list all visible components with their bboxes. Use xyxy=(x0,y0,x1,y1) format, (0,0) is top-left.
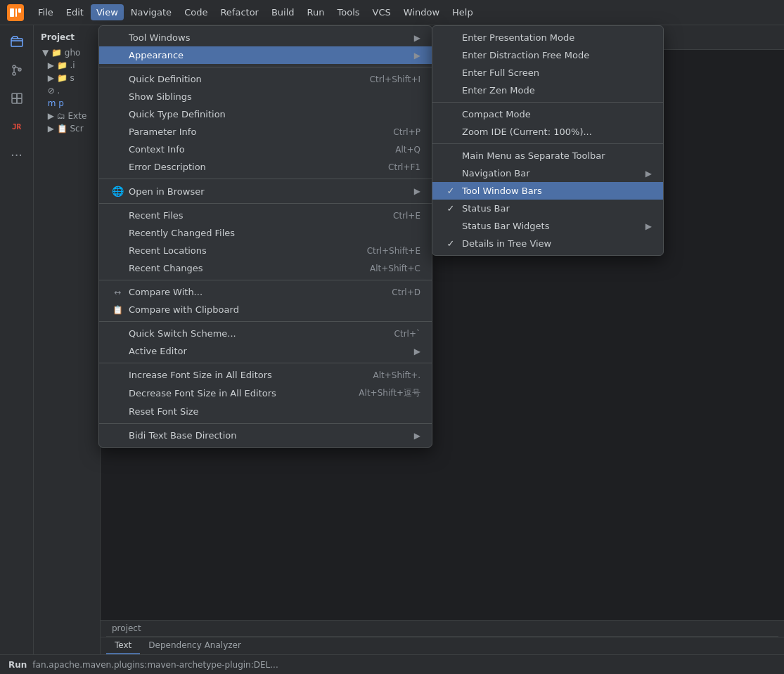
run-label: Run xyxy=(8,660,27,670)
icon-bar: JR ··· xyxy=(0,25,34,654)
compare-with-icon: ↔ xyxy=(110,287,124,297)
submenu-tool-window-bars[interactable]: ✓ Tool Window Bars xyxy=(432,182,663,200)
menu-bar: File Edit View Navigate Code Refactor Bu… xyxy=(0,0,784,25)
run-bar: Run fan.apache.maven.plugins:maven-arche… xyxy=(0,654,784,674)
submenu-zoom-ide[interactable]: Zoom IDE (Current: 100%)... xyxy=(432,123,663,141)
submenu-enter-zen[interactable]: Enter Zen Mode xyxy=(432,82,663,99)
menu-reset-font[interactable]: Reset Font Size xyxy=(99,403,432,420)
tab-text[interactable]: Text xyxy=(106,637,140,654)
menu-refactor[interactable]: Refactor xyxy=(214,4,264,20)
browser-icon: 🌐 xyxy=(110,186,124,197)
increase-font-shortcut: Alt+Shift+. xyxy=(373,370,420,380)
submenu-navigation-bar[interactable]: Navigation Bar ▶ xyxy=(432,164,663,182)
menu-tools[interactable]: Tools xyxy=(332,4,366,20)
submenu-main-menu-toolbar[interactable]: Main Menu as Separate Toolbar xyxy=(432,147,663,164)
menu-increase-font[interactable]: Increase Font Size in All Editors Alt+Sh… xyxy=(99,366,432,384)
submenu-status-bar-widgets[interactable]: Status Bar Widgets ▶ xyxy=(432,217,663,235)
compare-with-label: Compare With... xyxy=(129,287,380,297)
tool-windows-arrow: ▶ xyxy=(414,33,420,43)
bidi-label: Bidi Text Base Direction xyxy=(129,430,409,441)
submenu-status-bar[interactable]: ✓ Status Bar xyxy=(432,200,663,217)
menu-recent-changes[interactable]: Recent Changes Alt+Shift+C xyxy=(99,259,432,277)
submenu-enter-fullscreen[interactable]: Enter Full Screen xyxy=(432,64,663,82)
compare-with-shortcut: Ctrl+D xyxy=(392,287,420,297)
compact-label: Compact Mode xyxy=(462,109,652,119)
nav-bar-arrow: ▶ xyxy=(645,169,652,179)
recent-locations-label: Recent Locations xyxy=(129,245,356,256)
quick-switch-label: Quick Switch Scheme... xyxy=(129,328,383,339)
menu-compare-clipboard[interactable]: 📋 Compare with Clipboard xyxy=(99,301,432,318)
submenu-compact-mode[interactable]: Compact Mode xyxy=(432,105,663,123)
appearance-arrow: ▶ xyxy=(414,51,420,60)
divider-5 xyxy=(99,321,432,322)
submenu-enter-distraction-free[interactable]: Enter Distraction Free Mode xyxy=(432,46,663,64)
menu-parameter-info[interactable]: Parameter Info Ctrl+P xyxy=(99,123,432,141)
menu-run[interactable]: Run xyxy=(302,4,330,20)
menu-recent-locations[interactable]: Recent Locations Ctrl+Shift+E xyxy=(99,242,432,259)
icon-more[interactable]: ··· xyxy=(6,143,28,166)
param-info-shortcut: Ctrl+P xyxy=(393,127,420,137)
tool-window-bars-label: Tool Window Bars xyxy=(462,186,652,196)
menu-tool-windows[interactable]: Tool Windows ▶ xyxy=(99,29,432,46)
divider-2 xyxy=(99,179,432,179)
recently-changed-label: Recently Changed Files xyxy=(129,228,420,238)
svg-rect-10 xyxy=(12,98,17,103)
menu-window[interactable]: Window xyxy=(398,4,445,20)
menu-file[interactable]: File xyxy=(32,4,59,20)
menu-show-siblings[interactable]: Show Siblings xyxy=(99,88,432,105)
menu-quick-switch-scheme[interactable]: Quick Switch Scheme... Ctrl+` xyxy=(99,325,432,342)
menu-navigate[interactable]: Navigate xyxy=(125,4,177,20)
icon-git[interactable] xyxy=(6,59,28,82)
menu-open-in-browser[interactable]: 🌐 Open in Browser ▶ xyxy=(99,182,432,200)
menu-vcs[interactable]: VCS xyxy=(367,4,397,20)
menu-bidi-text[interactable]: Bidi Text Base Direction ▶ xyxy=(99,427,432,444)
reset-font-label: Reset Font Size xyxy=(129,406,420,417)
status-bar-widgets-label: Status Bar Widgets xyxy=(462,221,645,231)
sidebar-item-i[interactable]: ▶ 📁 .i xyxy=(34,59,100,72)
sidebar-item-dot[interactable]: ⊘ . xyxy=(34,84,100,97)
menu-error-description[interactable]: Error Description Ctrl+F1 xyxy=(99,158,432,176)
tab-dependency-analyzer[interactable]: Dependency Analyzer xyxy=(140,637,250,654)
menu-context-info[interactable]: Context Info Alt+Q xyxy=(99,141,432,158)
error-desc-shortcut: Ctrl+F1 xyxy=(388,162,420,172)
sidebar-item-mp[interactable]: m p xyxy=(34,97,100,110)
divider-7 xyxy=(99,423,432,424)
icon-jr[interactable]: JR xyxy=(6,115,28,138)
recent-locations-shortcut: Ctrl+Shift+E xyxy=(367,246,420,256)
icon-project[interactable] xyxy=(6,31,28,53)
menu-code[interactable]: Code xyxy=(179,4,213,20)
appearance-divider-1 xyxy=(432,102,663,103)
sidebar-item-gho[interactable]: ▼ 📁 gho xyxy=(34,46,100,59)
menu-view[interactable]: View xyxy=(91,4,124,20)
submenu-enter-presentation[interactable]: Enter Presentation Mode xyxy=(432,29,663,46)
menu-help[interactable]: Help xyxy=(446,4,479,20)
context-info-label: Context Info xyxy=(129,144,384,155)
menu-active-editor[interactable]: Active Editor ▶ xyxy=(99,342,432,360)
sidebar-item-external[interactable]: ▶ 🗂 Exte xyxy=(34,110,100,122)
menu-decrease-font[interactable]: Decrease Font Size in All Editors Alt+Sh… xyxy=(99,384,432,403)
sidebar-item-scratches[interactable]: ▶ 📋 Scr xyxy=(34,122,100,135)
menu-recent-files[interactable]: Recent Files Ctrl+E xyxy=(99,207,432,224)
menu-edit[interactable]: Edit xyxy=(60,4,89,20)
submenu-details-tree-view[interactable]: ✓ Details in Tree View xyxy=(432,235,663,252)
menu-recently-changed[interactable]: Recently Changed Files xyxy=(99,224,432,242)
menu-quick-definition[interactable]: Quick Definition Ctrl+Shift+I xyxy=(99,70,432,88)
fullscreen-label: Enter Full Screen xyxy=(462,67,652,78)
icon-plugins[interactable] xyxy=(6,87,28,110)
recent-files-shortcut: Ctrl+E xyxy=(393,211,420,221)
menu-compare-with[interactable]: ↔ Compare With... Ctrl+D xyxy=(99,283,432,301)
project-sidebar: Project ▼ 📁 gho ▶ 📁 .i ▶ 📁 s ⊘ . m p ▶ 🗂… xyxy=(34,25,101,654)
tool-window-bars-check: ✓ xyxy=(444,186,458,196)
svg-rect-1 xyxy=(10,8,14,17)
compare-clipboard-icon: 📋 xyxy=(110,305,124,315)
appearance-divider-2 xyxy=(432,143,663,144)
menu-appearance[interactable]: Appearance ▶ xyxy=(99,46,432,64)
error-desc-label: Error Description xyxy=(129,162,377,172)
distraction-free-label: Enter Distraction Free Mode xyxy=(462,50,652,60)
menu-build[interactable]: Build xyxy=(266,4,300,20)
menu-quick-type-def[interactable]: Quick Type Definition xyxy=(99,105,432,123)
view-menu: Tool Windows ▶ Appearance ▶ Quick Defini… xyxy=(98,25,432,448)
svg-rect-9 xyxy=(17,93,22,98)
sidebar-item-s[interactable]: ▶ 📁 s xyxy=(34,72,100,84)
divider-6 xyxy=(99,363,432,363)
